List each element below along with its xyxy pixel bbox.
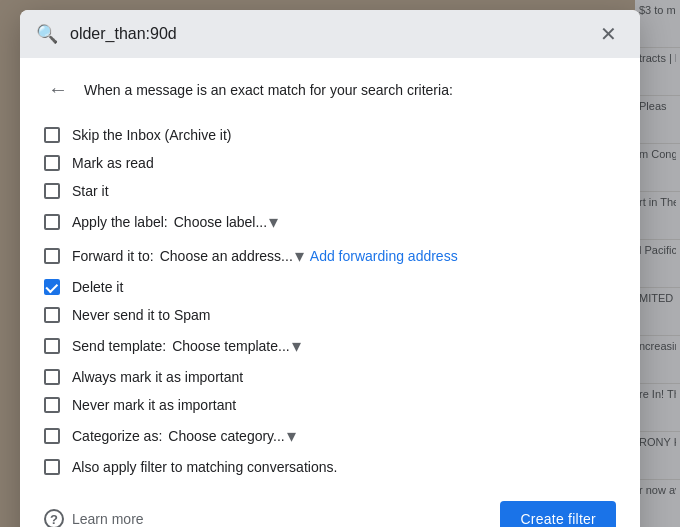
checkbox-apply-label[interactable]: [44, 214, 60, 230]
search-icon: 🔍: [36, 23, 58, 45]
dropdown-arrow-categorize-as: ▾: [287, 425, 296, 447]
checkbox-mark-as-read[interactable]: [44, 155, 60, 171]
dropdown-arrow-forward-it: ▾: [295, 245, 304, 267]
option-label-never-important: Never mark it as important: [72, 397, 236, 413]
learn-more-label: Learn more: [72, 511, 144, 527]
help-icon: ?: [44, 509, 64, 527]
filter-option-star-it: Star it: [44, 177, 616, 205]
option-label-star-it: Star it: [72, 183, 109, 199]
checkbox-always-important[interactable]: [44, 369, 60, 385]
dialog-body: ← When a message is an exact match for y…: [20, 58, 640, 481]
filter-option-never-spam: Never send it to Spam: [44, 301, 616, 329]
back-button[interactable]: ←: [44, 74, 72, 105]
option-label-forward-it: Forward it to:Choose an address... ▾Add …: [72, 245, 458, 267]
dropdown-forward-it[interactable]: Choose an address... ▾: [160, 245, 304, 267]
dropdown-arrow-apply-label: ▾: [269, 211, 278, 233]
dropdown-arrow-send-template: ▾: [292, 335, 301, 357]
filter-option-categorize-as: Categorize as:Choose category... ▾: [44, 419, 616, 453]
checkbox-categorize-as[interactable]: [44, 428, 60, 444]
dropdown-categorize-as[interactable]: Choose category... ▾: [168, 425, 295, 447]
search-query-display: older_than:90d: [70, 25, 580, 43]
dialog-subtitle-row: ← When a message is an exact match for y…: [44, 74, 616, 105]
filter-dialog: 🔍 older_than:90d ✕ ← When a message is a…: [20, 10, 640, 527]
option-label-categorize-as: Categorize as:Choose category... ▾: [72, 425, 296, 447]
learn-more-link[interactable]: ? Learn more: [44, 509, 144, 527]
option-label-delete-it: Delete it: [72, 279, 123, 295]
option-label-never-spam: Never send it to Spam: [72, 307, 211, 323]
filter-option-send-template: Send template:Choose template... ▾: [44, 329, 616, 363]
option-label-send-template: Send template:Choose template... ▾: [72, 335, 301, 357]
checkbox-send-template[interactable]: [44, 338, 60, 354]
create-filter-button[interactable]: Create filter: [500, 501, 616, 527]
dialog-subtitle-text: When a message is an exact match for you…: [84, 82, 453, 98]
dropdown-apply-label[interactable]: Choose label... ▾: [174, 211, 278, 233]
filter-option-skip-inbox: Skip the Inbox (Archive it): [44, 121, 616, 149]
filter-option-never-important: Never mark it as important: [44, 391, 616, 419]
checkbox-star-it[interactable]: [44, 183, 60, 199]
filter-option-mark-as-read: Mark as read: [44, 149, 616, 177]
option-label-apply-label: Apply the label:Choose label... ▾: [72, 211, 278, 233]
filter-option-always-important: Always mark it as important: [44, 363, 616, 391]
dialog-footer: ? Learn more Create filter: [20, 489, 640, 527]
checkbox-skip-inbox[interactable]: [44, 127, 60, 143]
option-label-skip-inbox: Skip the Inbox (Archive it): [72, 127, 232, 143]
filter-option-apply-label: Apply the label:Choose label... ▾: [44, 205, 616, 239]
checkbox-delete-it[interactable]: [44, 279, 60, 295]
checkbox-also-apply[interactable]: [44, 459, 60, 475]
filter-option-delete-it: Delete it: [44, 273, 616, 301]
search-bar: 🔍 older_than:90d ✕: [20, 10, 640, 58]
link-forward-it[interactable]: Add forwarding address: [310, 248, 458, 264]
checkbox-never-spam[interactable]: [44, 307, 60, 323]
option-label-always-important: Always mark it as important: [72, 369, 243, 385]
checkbox-never-important[interactable]: [44, 397, 60, 413]
option-label-mark-as-read: Mark as read: [72, 155, 154, 171]
filter-option-also-apply: Also apply filter to matching conversati…: [44, 453, 616, 481]
close-button[interactable]: ✕: [592, 18, 624, 50]
checkbox-forward-it[interactable]: [44, 248, 60, 264]
option-label-also-apply: Also apply filter to matching conversati…: [72, 459, 337, 475]
filter-option-forward-it: Forward it to:Choose an address... ▾Add …: [44, 239, 616, 273]
dropdown-send-template[interactable]: Choose template... ▾: [172, 335, 301, 357]
filter-options-list: Skip the Inbox (Archive it)Mark as readS…: [44, 121, 616, 481]
